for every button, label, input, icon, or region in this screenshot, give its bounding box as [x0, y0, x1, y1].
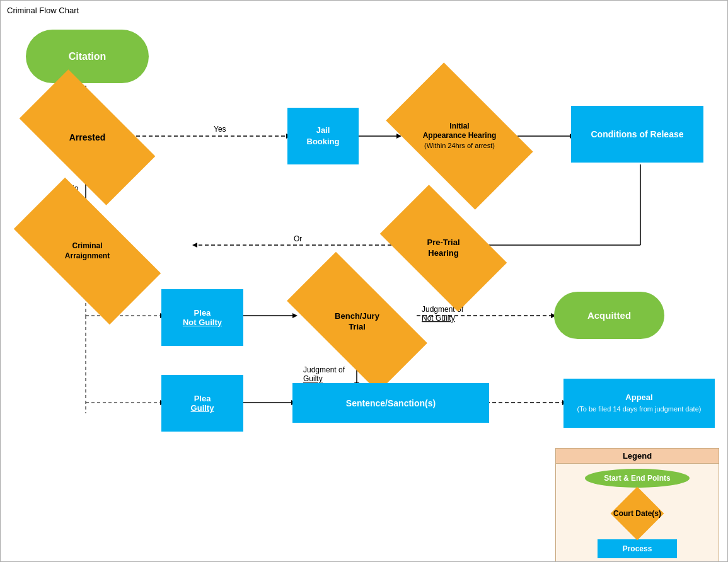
legend-box: Legend Start & End Points Court Date(s) … [555, 448, 719, 562]
plea-not-guilty-node: PleaNot Guilty [161, 289, 243, 346]
acquitted-node: Acquitted [554, 292, 664, 339]
pretrial-hearing-node: Pre-TrialHearing [388, 214, 499, 283]
citation-node: Citation [26, 30, 149, 83]
plea-guilty-node: PleaGuilty [161, 375, 243, 432]
legend-court-dates-item: Court Date(s) [556, 493, 719, 534]
chart-title: Criminal Flow Chart [7, 6, 79, 15]
criminal-arraignment-label: CriminalArraignment [65, 241, 110, 261]
bench-jury-trial-node: Bench/JuryTrial [292, 287, 422, 357]
svg-text:Not Guilty: Not Guilty [422, 314, 455, 323]
arrested-label: Arrested [69, 132, 106, 143]
svg-text:Judgment of: Judgment of [303, 365, 345, 374]
jail-booking-node: Jail Booking [287, 108, 359, 164]
legend-diamond-wrap: Court Date(s) [593, 498, 681, 529]
sentence-node: Sentence/Sanction(s) [292, 383, 489, 423]
svg-text:Guilty: Guilty [303, 374, 323, 383]
appeal-label: Appeal(To be filed 14 days from judgment… [577, 392, 702, 415]
legend-process-label: Process [598, 539, 678, 558]
citation-label: Citation [69, 51, 107, 62]
initial-appearance-label: InitialAppearance Hearing(Within 24hrs o… [423, 122, 497, 151]
acquitted-label: Acquitted [587, 310, 631, 321]
bench-jury-label: Bench/JuryTrial [335, 311, 379, 333]
legend-start-end-label: Start & End Points [585, 469, 689, 488]
svg-text:Or: Or [294, 234, 302, 243]
plea-guilty-label: PleaGuilty [191, 394, 214, 413]
legend-court-dates-label: Court Date(s) [613, 509, 661, 518]
svg-marker-14 [192, 243, 197, 248]
conditions-release-label: Conditions of Release [591, 129, 683, 140]
svg-text:Yes: Yes [214, 125, 226, 134]
criminal-arraignment-node: CriminalArraignment [20, 215, 155, 287]
plea-not-guilty-label: PleaNot Guilty [183, 308, 222, 327]
jail-booking-label: Jail Booking [307, 125, 340, 147]
appeal-node: Appeal(To be filed 14 days from judgment… [563, 379, 715, 428]
pretrial-label: Pre-TrialHearing [427, 238, 459, 259]
legend-title: Legend [556, 449, 719, 464]
conditions-release-node: Conditions of Release [571, 106, 703, 163]
initial-appearance-node: InitialAppearance Hearing(Within 24hrs o… [396, 95, 523, 177]
sentence-label: Sentence/Sanction(s) [346, 398, 436, 408]
chart-container: Criminal Flow Chart [0, 0, 728, 562]
arrested-node: Arrested [26, 103, 149, 172]
